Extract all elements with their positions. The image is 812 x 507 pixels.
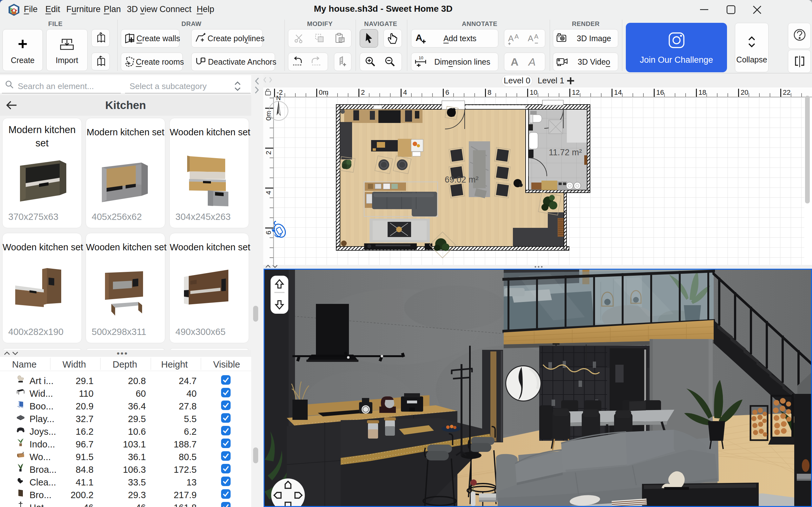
svg-text:A: A (511, 56, 519, 68)
svg-text:16: 16 (656, 89, 664, 96)
svg-text:0m: 0m (264, 111, 272, 121)
svg-text:14: 14 (614, 89, 622, 96)
svg-text:11.72 m²: 11.72 m² (549, 148, 582, 157)
svg-text:6: 6 (264, 231, 272, 234)
svg-text:69.02 m²: 69.02 m² (445, 175, 478, 184)
svg-text:A: A (508, 34, 514, 43)
svg-text:10: 10 (419, 55, 423, 60)
svg-text:12: 12 (572, 89, 579, 96)
svg-text:A: A (528, 34, 534, 43)
svg-text:A: A (415, 32, 422, 43)
svg-text:10: 10 (530, 89, 537, 96)
svg-text:2: 2 (264, 151, 272, 155)
svg-text:2: 2 (361, 89, 365, 96)
svg-text:4: 4 (403, 89, 407, 96)
svg-text:6: 6 (445, 89, 449, 96)
svg-text:A: A (528, 56, 536, 68)
svg-text:A: A (514, 33, 519, 40)
svg-text:8: 8 (488, 89, 491, 96)
svg-text:Level 0: Level 0 (504, 76, 530, 85)
svg-text:22: 22 (783, 89, 791, 96)
svg-text:20: 20 (741, 89, 748, 96)
svg-text:N: N (276, 95, 281, 101)
svg-text:4: 4 (264, 191, 272, 194)
svg-text:Level 1: Level 1 (538, 76, 564, 85)
svg-text:18: 18 (699, 89, 706, 96)
svg-text:A: A (534, 33, 539, 40)
